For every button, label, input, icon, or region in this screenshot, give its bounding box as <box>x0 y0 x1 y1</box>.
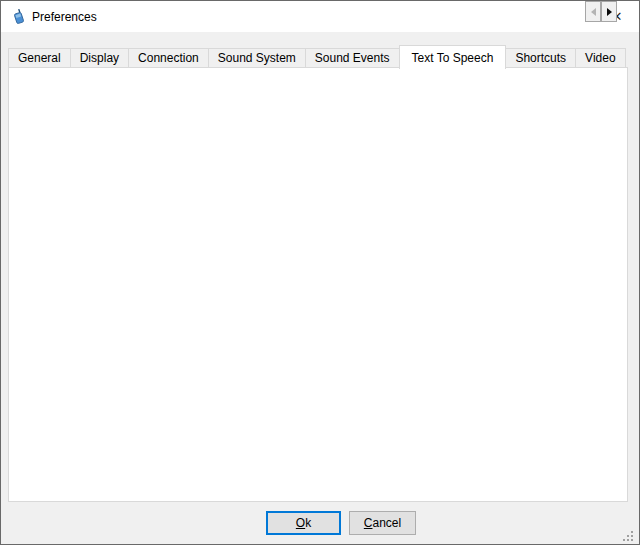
cancel-button[interactable]: Cancel <box>349 511 416 535</box>
tab-video[interactable]: Video <box>575 48 625 68</box>
app-icon <box>11 8 27 25</box>
tab-sound-system[interactable]: Sound System <box>208 48 306 68</box>
tab-connection[interactable]: Connection <box>128 48 209 68</box>
titlebar[interactable]: Preferences ✕ <box>1 1 639 32</box>
preferences-dialog: Preferences ✕ General Display Connection… <box>0 0 640 545</box>
tab-scroll-right-button[interactable] <box>601 1 617 22</box>
scroll-left-icon <box>591 8 596 16</box>
scroll-right-icon <box>607 8 612 16</box>
tab-bar: General Display Connection Sound System … <box>8 45 628 68</box>
tab-display[interactable]: Display <box>70 48 129 68</box>
ok-button[interactable]: Ok <box>266 511 341 535</box>
tab-scroll-left-button[interactable] <box>585 1 601 22</box>
window-title: Preferences <box>32 1 97 32</box>
resize-grip[interactable] <box>621 529 635 543</box>
tab-shortcuts[interactable]: Shortcuts <box>505 48 576 68</box>
tab-general[interactable]: General <box>8 48 71 68</box>
tab-sound-events[interactable]: Sound Events <box>305 48 400 68</box>
text-to-speech-tab-page <box>8 67 628 502</box>
tab-text-to-speech[interactable]: Text To Speech <box>399 45 507 69</box>
